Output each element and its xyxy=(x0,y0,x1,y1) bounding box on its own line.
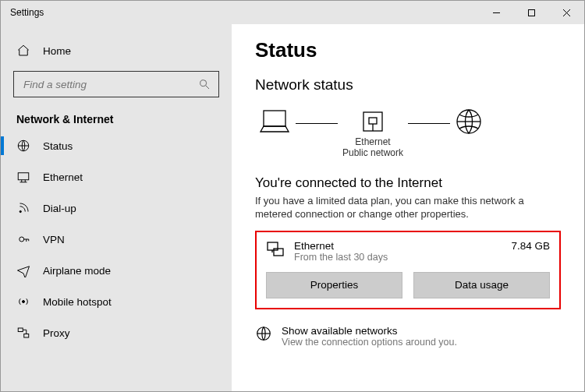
properties-button[interactable]: Properties xyxy=(266,272,402,298)
sidebar-item-label: Airplane mode xyxy=(43,265,111,277)
network-card: Ethernet From the last 30 days 7.84 GB P… xyxy=(255,231,561,309)
svg-rect-19 xyxy=(264,111,285,126)
svg-point-11 xyxy=(20,210,21,212)
svg-rect-21 xyxy=(369,118,377,124)
svg-rect-1 xyxy=(529,9,535,16)
sidebar-item-vpn[interactable]: VPN xyxy=(1,224,232,255)
sidebar-item-label: Dial-up xyxy=(43,203,76,214)
ethernet-icon xyxy=(16,170,30,184)
sidebar-item-label: Status xyxy=(43,140,73,152)
ethernet-adapter-icon xyxy=(361,110,385,133)
page-title: Status xyxy=(255,38,561,62)
show-available-networks[interactable]: Show available networks View the connect… xyxy=(255,325,561,348)
content-area: Status Network status xyxy=(232,24,584,391)
home-icon xyxy=(16,44,30,58)
svg-rect-17 xyxy=(18,328,23,332)
svg-point-4 xyxy=(200,80,207,87)
connected-description: If you have a limited data plan, you can… xyxy=(255,194,544,221)
home-label: Home xyxy=(43,45,71,57)
close-button[interactable] xyxy=(549,1,584,24)
search-input[interactable] xyxy=(22,78,198,91)
sidebar-item-proxy[interactable]: Proxy xyxy=(1,317,232,348)
sidebar-section-header: Network & Internet xyxy=(1,105,232,130)
airplane-icon xyxy=(16,263,30,277)
diagram-adapter-label1: Ethernet xyxy=(355,136,390,147)
diagram-computer xyxy=(258,108,291,161)
laptop-icon xyxy=(258,108,291,135)
diagram-adapter: Ethernet Public network xyxy=(342,110,403,159)
sidebar-item-ethernet[interactable]: Ethernet xyxy=(1,161,232,192)
sidebar-item-status[interactable]: Status xyxy=(1,130,232,161)
section-heading: Network status xyxy=(255,76,561,94)
status-icon xyxy=(16,139,30,153)
available-title: Show available networks xyxy=(282,325,457,337)
svg-rect-7 xyxy=(18,173,29,180)
sidebar-item-dialup[interactable]: Dial-up xyxy=(1,192,232,224)
sidebar-item-label: Proxy xyxy=(43,327,70,339)
window-title: Settings xyxy=(1,7,44,18)
svg-line-5 xyxy=(206,86,209,89)
diagram-adapter-label2: Public network xyxy=(342,147,403,158)
network-name: Ethernet xyxy=(294,240,388,252)
svg-point-12 xyxy=(20,237,24,242)
search-box[interactable] xyxy=(13,71,219,97)
minimize-button[interactable] xyxy=(479,1,514,24)
properties-button-label: Properties xyxy=(310,279,359,291)
globe-icon xyxy=(455,108,483,136)
globe-icon xyxy=(255,325,272,344)
network-card-icon xyxy=(266,240,285,261)
settings-window: Settings Home xyxy=(0,0,585,392)
proxy-icon xyxy=(16,326,30,340)
network-usage: 7.84 GB xyxy=(511,240,550,252)
sidebar-item-label: Ethernet xyxy=(43,171,83,183)
maximize-button[interactable] xyxy=(514,1,549,24)
connected-heading: You're connected to the Internet xyxy=(255,175,561,191)
data-usage-button[interactable]: Data usage xyxy=(413,272,550,298)
dialup-icon xyxy=(16,201,30,215)
sidebar: Home Network & Internet Status xyxy=(1,24,232,391)
search-icon xyxy=(198,78,211,90)
data-usage-button-label: Data usage xyxy=(455,279,509,291)
svg-rect-18 xyxy=(24,334,29,338)
titlebar: Settings xyxy=(1,1,584,24)
network-sublabel: From the last 30 days xyxy=(294,252,388,263)
sidebar-item-airplane[interactable]: Airplane mode xyxy=(1,255,232,286)
available-sub: View the connection options around you. xyxy=(282,337,457,348)
network-diagram: Ethernet Public network xyxy=(255,104,561,164)
sidebar-item-label: Mobile hotspot xyxy=(43,296,112,308)
home-nav[interactable]: Home xyxy=(1,35,232,66)
svg-point-16 xyxy=(23,301,25,303)
sidebar-item-hotspot[interactable]: Mobile hotspot xyxy=(1,286,232,317)
sidebar-item-label: VPN xyxy=(43,234,65,245)
diagram-internet xyxy=(455,108,483,161)
vpn-icon xyxy=(16,232,30,246)
hotspot-icon xyxy=(16,295,30,309)
